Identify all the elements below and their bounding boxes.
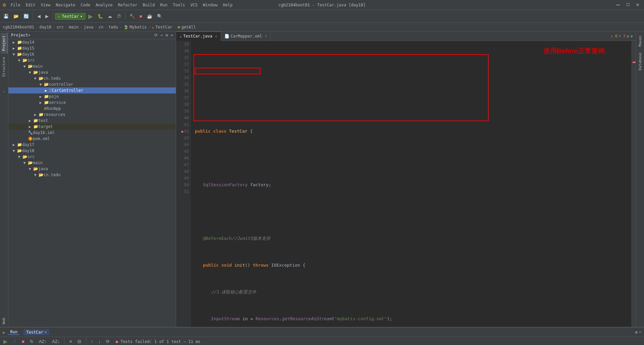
breadcrumb-item-3[interactable]: src xyxy=(57,25,64,29)
profile-button[interactable]: ⏱ xyxy=(115,12,123,20)
sync-button[interactable]: 🔄 xyxy=(21,12,31,20)
breadcrumb-item-8[interactable]: 🍃 xyxy=(123,25,128,29)
tree-item-test[interactable]: ▶ 📁 test xyxy=(8,118,176,124)
tab-testcar-java[interactable]: ☕ TestCar.java ✕ xyxy=(176,31,221,41)
debug-button[interactable]: 🐛 xyxy=(96,12,105,20)
run-down[interactable]: ↓ xyxy=(96,338,103,345)
tree-item-target[interactable]: ▶ 📁 target xyxy=(8,124,176,130)
save-button[interactable]: 💾 xyxy=(1,12,11,20)
search-button[interactable]: 🔍 xyxy=(155,12,164,20)
maximize-button[interactable]: □ xyxy=(625,1,631,9)
menu-build[interactable]: Build xyxy=(141,2,157,8)
tree-item-day18[interactable]: ▼ 📂 day18 xyxy=(8,148,176,154)
breadcrumb-item-method[interactable]: ⚙ xyxy=(177,25,180,29)
menu-view[interactable]: View xyxy=(39,2,52,8)
tree-item-service[interactable]: ▶ 📁 service xyxy=(8,99,176,106)
collapse-editor-icon[interactable]: ∨ xyxy=(631,34,633,39)
run-rerun-failed[interactable]: ↻ xyxy=(28,338,36,345)
menu-help[interactable]: Help xyxy=(221,2,234,8)
run-collapse[interactable]: ⊟ xyxy=(75,338,83,345)
breadcrumb-item-testcar[interactable]: TestCar xyxy=(156,25,173,29)
tab-web[interactable]: Web xyxy=(1,315,8,327)
close-tab-carmapper[interactable]: ✕ xyxy=(265,34,267,38)
tree-item-day16[interactable]: ▼ 📂 day16 xyxy=(8,51,176,57)
run-sort-alpha[interactable]: AZ↑ xyxy=(37,338,49,345)
close-run-tab[interactable]: ✕ xyxy=(45,330,47,334)
sync-icon[interactable]: ⟳ xyxy=(154,33,158,38)
breadcrumb-item-getall[interactable]: getAll xyxy=(181,25,196,29)
back-button[interactable]: ◀ xyxy=(35,12,43,20)
tree-item-resources[interactable]: ▶ 📁 resources xyxy=(8,112,176,118)
minimize-button[interactable]: ─ xyxy=(614,1,622,9)
tree-item-day16iml[interactable]: 🔧 day16.iml xyxy=(8,130,176,136)
breadcrumb-item-4[interactable]: main xyxy=(69,25,78,29)
breadcrumb-item-mybatis[interactable]: Mybatis xyxy=(130,25,147,29)
tab-maven[interactable]: Maven xyxy=(637,33,643,49)
run-rerun-button[interactable]: ✓ xyxy=(11,338,18,345)
run-up[interactable]: ↑ xyxy=(89,338,95,345)
tree-item-runapp[interactable]: A RunApp xyxy=(8,106,176,112)
close-tab-testcar[interactable]: ✕ xyxy=(215,34,217,39)
tab-database[interactable]: Database xyxy=(637,50,643,73)
menu-refactor[interactable]: Refactor xyxy=(116,2,140,8)
breadcrumb-item-2[interactable]: day18 xyxy=(39,25,51,29)
menu-code[interactable]: Code xyxy=(78,2,92,8)
tree-item-day18-main[interactable]: ▼ 📂 main xyxy=(8,160,176,166)
tree-item-pojo[interactable]: ▶ 📁 pojo xyxy=(8,93,176,99)
menu-tools[interactable]: Tools xyxy=(171,2,187,8)
close-button[interactable]: ✕ xyxy=(634,1,641,9)
expand-editor-icon[interactable]: ∧ xyxy=(627,34,629,39)
tree-item-day18-cntedu[interactable]: ▼ 📂 cn.tedu xyxy=(8,172,176,178)
run-sort-dur[interactable]: AZ↓ xyxy=(50,338,62,345)
project-tree[interactable]: ▶ 📁 day14 ▶ 📁 day15 ▼ 📂 day16 xyxy=(8,39,176,327)
tree-item-carcontroller[interactable]: ▶ C CarController xyxy=(8,87,176,93)
collapse-icon[interactable]: ⇔ xyxy=(160,33,163,38)
run-stop-button[interactable]: ■ xyxy=(20,338,26,345)
run-panel-settings[interactable]: ⚙ xyxy=(635,330,638,335)
breadcrumb-item-1[interactable]: cgb2104boot01 xyxy=(3,25,34,29)
tree-item-day17[interactable]: ▶ 📁 day17 xyxy=(8,142,176,148)
menu-vcs[interactable]: VCS xyxy=(188,2,200,8)
run-expand[interactable]: ≡ xyxy=(67,338,74,345)
run-again-button[interactable]: ▶ xyxy=(1,337,9,345)
tree-item-day18-java[interactable]: ▼ 📂 java xyxy=(8,166,176,172)
tab-carmapper-xml[interactable]: 📄 CarMapper.xml ✕ xyxy=(221,31,271,41)
tree-item-controller[interactable]: ▼ 📂 controller xyxy=(8,81,176,87)
tree-item-day15[interactable]: ▶ 📁 day15 xyxy=(8,45,176,51)
settings-icon[interactable]: ⚙ xyxy=(166,33,168,38)
tab-structure[interactable]: Structure xyxy=(1,54,8,80)
sdk-button[interactable]: ☕ xyxy=(145,12,154,20)
stop-button[interactable]: ■ xyxy=(138,12,144,20)
run-tab-label[interactable]: Run xyxy=(8,330,19,335)
testcar-run-tab[interactable]: TestCar xyxy=(26,330,43,335)
build-button[interactable]: 🔨 xyxy=(127,12,137,20)
menu-edit[interactable]: Edit xyxy=(24,2,38,8)
run-config-selector[interactable]: ▶ TestCar ▾ xyxy=(55,13,86,20)
tree-item-day18-src[interactable]: ▼ 📂 src xyxy=(8,154,176,160)
menu-run[interactable]: Run xyxy=(158,2,170,8)
menu-analyze[interactable]: Analyze xyxy=(94,2,115,8)
coverage-button[interactable]: ☁ xyxy=(106,12,114,20)
run-prev-fail[interactable]: ⟳ xyxy=(104,338,112,345)
tree-item-main[interactable]: ▼ 📂 main xyxy=(8,63,176,69)
menu-window[interactable]: Window xyxy=(201,2,219,8)
menu-navigate[interactable]: Navigate xyxy=(54,2,77,8)
forward-button[interactable]: ▶ xyxy=(43,12,51,20)
breadcrumb-item-6[interactable]: cn xyxy=(99,25,103,29)
code-editor[interactable]: 29 30 31 32 33 34 35 36 37 38 39 40 41 ●… xyxy=(176,41,636,327)
run-panel-minimize[interactable]: ─ xyxy=(639,330,641,335)
open-button[interactable]: 📂 xyxy=(11,12,21,20)
menu-file[interactable]: File xyxy=(9,2,22,8)
tree-item-pomxml[interactable]: 🔶 pom.xml xyxy=(8,136,176,142)
run-button[interactable]: ▶ xyxy=(86,11,95,21)
breadcrumb-item-5[interactable]: java xyxy=(84,25,94,29)
tree-item-day14[interactable]: ▶ 📁 day14 xyxy=(8,39,176,45)
breadcrumb-item-class[interactable]: ☕ xyxy=(152,25,154,29)
tab-favorites[interactable]: ☆ xyxy=(1,87,8,97)
editor-scrollbar[interactable] xyxy=(632,41,636,327)
tree-item-java[interactable]: ▼ 📂 java xyxy=(8,69,176,75)
tab-project[interactable]: Project xyxy=(1,33,8,54)
breadcrumb-item-7[interactable]: tedu xyxy=(108,25,118,29)
close-sidebar-icon[interactable]: ✕ xyxy=(171,33,173,38)
tree-item-src[interactable]: ▼ 📂 src xyxy=(8,57,176,63)
